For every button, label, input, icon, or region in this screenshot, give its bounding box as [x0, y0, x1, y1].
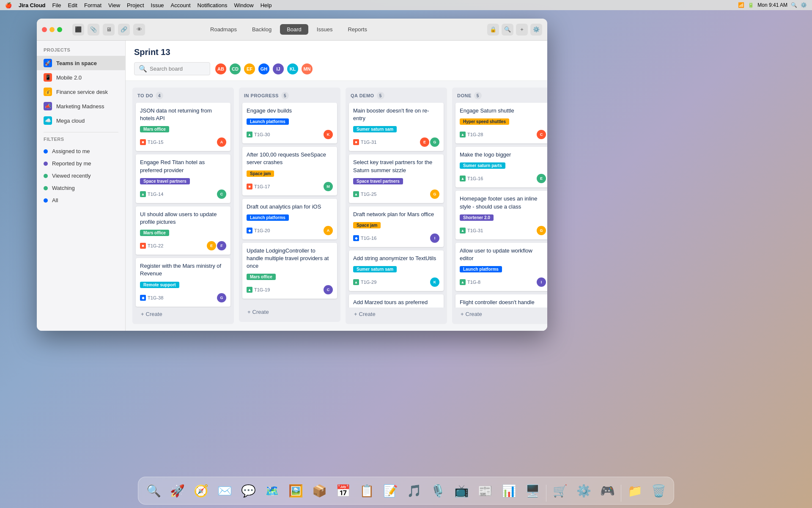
- settings-button[interactable]: ⚙️: [530, 24, 542, 36]
- dock-messages[interactable]: 💬: [237, 480, 259, 502]
- issue-ref: ▲ T1G-19: [247, 287, 270, 293]
- dock-mail[interactable]: ✉️: [214, 480, 236, 502]
- app-name[interactable]: Jira Cloud: [19, 2, 46, 8]
- card-qa-4[interactable]: Add string anonymizer to TextUtils Sumer…: [349, 250, 444, 291]
- tab-issues[interactable]: Issues: [310, 24, 340, 35]
- card-todo-1[interactable]: JSON data not returning from hotels API …: [136, 103, 230, 151]
- menu-notifications[interactable]: Notifications: [198, 2, 228, 8]
- card-qa-3[interactable]: Draft network plan for Mars office Space…: [349, 206, 444, 247]
- sidebar-item-mega-cloud[interactable]: ☁️ Mega cloud: [37, 113, 125, 128]
- search-box[interactable]: 🔍: [134, 62, 210, 75]
- dock-news[interactable]: 📰: [474, 480, 496, 502]
- dock-numbers[interactable]: 📊: [498, 480, 520, 502]
- sidebar-item-teams-in-space[interactable]: 🚀 Teams in space: [37, 56, 125, 70]
- filter-label: Assigned to me: [52, 148, 90, 154]
- tab-reports[interactable]: Reports: [341, 24, 374, 35]
- sidebar-item-reported-by-me[interactable]: Reported by me: [37, 157, 125, 170]
- lock-button[interactable]: 🔒: [487, 24, 499, 36]
- menu-edit[interactable]: Edit: [68, 2, 77, 8]
- dock-photos[interactable]: 🖼️: [285, 480, 307, 502]
- dock-podcasts[interactable]: 🎙️: [427, 480, 449, 502]
- link-button[interactable]: 🔗: [118, 24, 130, 36]
- dock-maps[interactable]: 🗺️: [261, 480, 283, 502]
- menu-file[interactable]: File: [52, 2, 61, 8]
- avatar-7[interactable]: MN: [301, 63, 313, 75]
- card-todo-2[interactable]: Engage Red Titan hotel as preferred prov…: [136, 154, 230, 203]
- maximize-button[interactable]: [57, 27, 62, 32]
- dock-trash[interactable]: 🗑️: [647, 480, 669, 502]
- dock-finder[interactable]: 🔍: [143, 480, 165, 502]
- dock-store[interactable]: 🛒: [549, 480, 571, 502]
- menu-view[interactable]: View: [108, 2, 120, 8]
- menu-window[interactable]: Window: [234, 2, 253, 8]
- dock-monitor[interactable]: 🖥️: [521, 480, 543, 502]
- dock-music[interactable]: 🎵: [403, 480, 425, 502]
- tab-board[interactable]: Board: [280, 24, 308, 35]
- card-done-1[interactable]: Engage Saturn shuttle Hyper speed shuttl…: [455, 103, 547, 143]
- minimize-button[interactable]: [49, 27, 55, 32]
- tab-backlog[interactable]: Backlog: [245, 24, 278, 35]
- view-button[interactable]: 👁: [133, 24, 145, 36]
- screen-button[interactable]: 🖥: [103, 24, 115, 36]
- create-inprogress-button[interactable]: + Create: [242, 305, 337, 319]
- avatar-5[interactable]: IJ: [272, 63, 285, 75]
- card-assignee: E: [420, 137, 429, 147]
- card-ip-4[interactable]: Update LodgingController to handle multi…: [242, 243, 337, 299]
- card-qa-5[interactable]: Add Marzed tours as preferred travel par…: [349, 294, 444, 308]
- create-qademo-button[interactable]: + Create: [349, 308, 444, 321]
- menu-help[interactable]: Help: [261, 2, 272, 8]
- menu-issue[interactable]: Issue: [151, 2, 164, 8]
- bug-icon: ■: [140, 139, 146, 145]
- apple-menu[interactable]: 🍎: [5, 2, 12, 8]
- menu-format[interactable]: Format: [84, 2, 102, 8]
- tab-roadmaps[interactable]: Roadmaps: [203, 24, 244, 35]
- sidebar-item-all[interactable]: All: [37, 194, 125, 206]
- attachment-button[interactable]: 📎: [88, 24, 99, 36]
- card-title: Allow user to update workflow editor: [460, 247, 546, 262]
- dock-settings[interactable]: ⚙️: [573, 480, 595, 502]
- dock-safari[interactable]: 🧭: [190, 480, 212, 502]
- create-done-button[interactable]: + Create: [455, 308, 547, 321]
- sidebar-item-mobile[interactable]: 📱 Mobile 2.0: [37, 70, 125, 85]
- dock-game[interactable]: 🎮: [596, 480, 618, 502]
- dock-folder[interactable]: 📁: [624, 480, 646, 502]
- control-center-icon[interactable]: ⚙️: [801, 2, 807, 8]
- dock-calendar[interactable]: 📅: [332, 480, 354, 502]
- dock-notes[interactable]: 📋: [356, 480, 378, 502]
- close-button[interactable]: [42, 27, 47, 32]
- card-qa-2[interactable]: Select key travel partners for the Satur…: [349, 154, 444, 203]
- card-title: JSON data not returning from hotels API: [140, 107, 226, 122]
- sidebar-item-watching[interactable]: Watching: [37, 182, 125, 194]
- card-qa-1[interactable]: Main booster doesn't fire on re-entry Su…: [349, 103, 444, 151]
- card-done-5[interactable]: Flight controller doesn't handle multipl…: [455, 294, 547, 308]
- card-done-3[interactable]: Homepage footer uses an inline style - s…: [455, 191, 547, 239]
- sidebar-item-viewed-recently[interactable]: Viewed recently: [37, 170, 125, 182]
- search-icon[interactable]: 🔍: [791, 2, 797, 8]
- card-done-4[interactable]: Allow user to update workflow editor Lau…: [455, 243, 547, 291]
- add-button[interactable]: +: [516, 24, 528, 36]
- sidebar-toggle-button[interactable]: ⬛: [72, 24, 84, 36]
- card-ip-1[interactable]: Engage dev builds Launch platforms ▲ T1G…: [242, 103, 337, 143]
- sidebar-item-finance[interactable]: 💰 Finance service desk: [37, 85, 125, 99]
- window-search-button[interactable]: 🔍: [502, 24, 513, 36]
- avatar-3[interactable]: EF: [243, 63, 256, 75]
- card-todo-3[interactable]: UI should allow users to update profile …: [136, 206, 230, 255]
- avatar-4[interactable]: GH: [258, 63, 270, 75]
- dock-stickies[interactable]: 📝: [379, 480, 401, 502]
- menu-account[interactable]: Account: [171, 2, 191, 8]
- avatar-2[interactable]: CD: [229, 63, 241, 75]
- create-todo-button[interactable]: + Create: [136, 308, 230, 321]
- menu-project[interactable]: Project: [127, 2, 144, 8]
- dock-box[interactable]: 📦: [308, 480, 330, 502]
- avatar-1[interactable]: AB: [214, 63, 227, 75]
- search-input[interactable]: [150, 66, 206, 72]
- dock-rocket[interactable]: 🚀: [166, 480, 188, 502]
- card-done-2[interactable]: Make the logo bigger Sumer saturn parts …: [455, 147, 547, 187]
- avatar-6[interactable]: KL: [286, 63, 299, 75]
- card-todo-4[interactable]: Register with the Mars ministry of Reven…: [136, 258, 230, 306]
- card-ip-3[interactable]: Draft out analytics plan for iOS Launch …: [242, 199, 337, 239]
- sidebar-item-assigned-to-me[interactable]: Assigned to me: [37, 145, 125, 157]
- card-ip-2[interactable]: After 100,00 requests SeeSpace server cr…: [242, 147, 337, 195]
- dock-tv[interactable]: 📺: [450, 480, 472, 502]
- sidebar-item-marketing[interactable]: 📣 Marketing Madness: [37, 99, 125, 113]
